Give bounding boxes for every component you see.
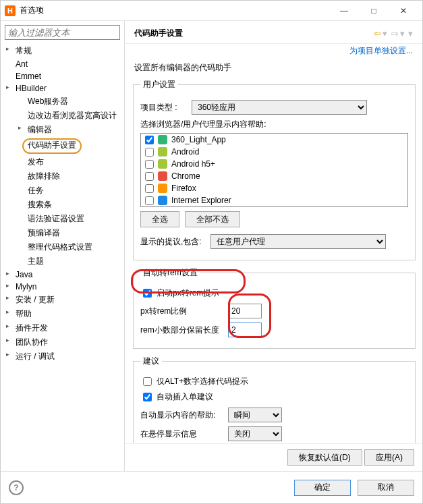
nav-back-icon[interactable]: ⇦ — [374, 28, 381, 38]
tree-item[interactable]: 整理代码格式设置 — [1, 240, 124, 254]
browser-label: 选择浏览器/用户代理显示内容帮助: — [140, 119, 408, 130]
rem-decimal-input[interactable] — [228, 323, 262, 337]
expand-icon[interactable]: ▸ — [6, 84, 9, 90]
tree-item[interactable]: 任务 — [1, 184, 124, 198]
preferences-tree[interactable]: ▸常规AntEmmet▸HBuilderWeb服务器边改边看浏览器宽高设计▸编辑… — [1, 44, 124, 471]
cancel-button[interactable]: 取消 — [358, 480, 414, 496]
close-button[interactable]: ✕ — [389, 1, 418, 20]
browser-checkbox[interactable] — [145, 196, 154, 205]
browser-name: Chrome — [171, 171, 200, 181]
tree-item[interactable]: 预编译器 — [1, 226, 124, 240]
help-icon[interactable]: ? — [9, 480, 24, 495]
browser-checkbox[interactable] — [145, 136, 154, 144]
tree-item[interactable]: Emmet — [1, 70, 124, 82]
tree-item[interactable]: ▸常规 — [1, 44, 124, 58]
tree-item[interactable]: ▸帮助 — [1, 307, 124, 321]
browser-checkbox[interactable] — [145, 160, 154, 169]
expand-icon[interactable]: ▸ — [6, 308, 9, 315]
browser-row[interactable]: 360_Light_App — [141, 134, 407, 146]
titlebar: H 首选项 — □ ✕ — [1, 1, 422, 21]
tree-item-label: 安装 / 更新 — [16, 295, 55, 304]
tree-item[interactable]: 语法验证器设置 — [1, 212, 124, 226]
suggest-legend: 建议 — [140, 356, 162, 367]
select-all-button[interactable]: 全选 — [140, 211, 179, 227]
expand-icon[interactable]: ▸ — [6, 270, 9, 277]
browser-row[interactable]: Chrome — [141, 170, 407, 182]
tree-item[interactable]: ▸运行 / 调试 — [1, 349, 124, 364]
rem-ratio-input[interactable] — [228, 304, 262, 318]
user-settings-legend: 用户设置 — [140, 79, 178, 90]
browser-checkbox[interactable] — [145, 172, 154, 181]
auto-insert-label: 自动插入单建议 — [157, 391, 213, 403]
expand-icon[interactable]: ▸ — [6, 351, 9, 358]
tree-item[interactable]: ▸Java — [1, 269, 124, 281]
tree-item[interactable]: ▸Mylyn — [1, 281, 124, 293]
filter-input[interactable] — [5, 25, 120, 40]
tree-item[interactable]: ▸HBuilder — [1, 82, 124, 94]
expand-icon[interactable]: ▸ — [6, 323, 9, 329]
browser-row[interactable]: Internet Explorer — [141, 194, 407, 206]
tree-item-label: 团队协作 — [16, 337, 48, 347]
hint-select[interactable]: 任意用户代理 — [210, 234, 386, 249]
tree-item[interactable]: Ant — [1, 58, 124, 70]
expand-icon[interactable]: ▸ — [6, 45, 9, 52]
rem-legend: 自动转rem设置 — [140, 267, 200, 279]
auto-show-select[interactable]: 瞬间 — [228, 408, 282, 422]
maximize-button[interactable]: □ — [359, 1, 389, 20]
browser-checkbox[interactable] — [145, 184, 154, 193]
browser-row[interactable]: Firefox — [141, 182, 407, 194]
tree-item[interactable]: 搜索条 — [1, 198, 124, 212]
expand-icon[interactable]: ▸ — [18, 124, 22, 131]
auto-insert-checkbox[interactable] — [143, 393, 152, 401]
tree-item[interactable]: ▸安装 / 更新 — [1, 293, 124, 307]
browser-icon — [158, 159, 167, 169]
tree-item[interactable]: Web服务器 — [1, 94, 124, 109]
on-hover-label: 在悬停显示信息 — [140, 428, 228, 440]
app-icon: H — [5, 5, 16, 16]
tree-item-label: 运行 / 调试 — [16, 352, 55, 361]
tree-item-label: 任务 — [28, 186, 44, 195]
nav-menu-icon[interactable]: ▾ — [408, 28, 413, 38]
tree-item-label: 整理代码格式设置 — [28, 242, 92, 252]
project-type-select[interactable]: 360轻应用 — [192, 100, 367, 115]
browser-icon — [158, 135, 167, 144]
tree-item-label: Ant — [16, 59, 28, 69]
rem-decimal-label: rem小数部分保留长度 — [140, 325, 228, 336]
window-title: 首选项 — [20, 5, 329, 16]
project-settings-link[interactable]: 为项目单独设置... — [349, 46, 413, 55]
browser-row[interactable]: Android — [141, 146, 407, 158]
minimize-button[interactable]: — — [329, 1, 359, 20]
tree-item[interactable]: ▸团队协作 — [1, 335, 124, 349]
on-hover-select[interactable]: 关闭 — [228, 426, 282, 441]
suggest-group: 建议 仅ALT+数字选择代码提示 自动插入单建议 自动显示内容的帮助: 瞬间 在… — [133, 356, 416, 443]
tree-item[interactable]: 发布 — [1, 155, 124, 169]
restore-defaults-button[interactable]: 恢复默认值(D) — [287, 449, 362, 466]
tree-item[interactable]: ▸编辑器 — [1, 123, 124, 137]
expand-icon[interactable]: ▸ — [6, 282, 9, 289]
expand-icon[interactable]: ▸ — [6, 337, 9, 343]
tree-item[interactable]: 代码助手设置 — [1, 137, 124, 155]
tree-item-label: Emmet — [16, 72, 41, 81]
tree-item[interactable]: 故障排除 — [1, 169, 124, 184]
browser-name: Firefox — [171, 184, 196, 193]
browser-name: Android h5+ — [171, 159, 215, 169]
expand-icon[interactable]: ▸ — [6, 294, 9, 301]
tree-item-label: 主题 — [28, 256, 44, 266]
browser-row[interactable]: Android h5+ — [141, 158, 407, 170]
tree-item[interactable]: ▸插件开发 — [1, 321, 124, 335]
ok-button[interactable]: 确定 — [294, 480, 351, 496]
browser-checkbox[interactable] — [145, 148, 154, 157]
tree-item-label: HBuilder — [16, 84, 47, 93]
tree-item[interactable]: 主题 — [1, 254, 124, 269]
nav-fwd-icon[interactable]: ⇨ — [391, 28, 399, 38]
tree-item[interactable]: 边改边看浏览器宽高设计 — [1, 109, 124, 123]
browser-list[interactable]: 360_Light_AppAndroidAndroid h5+ChromeFir… — [140, 133, 408, 207]
auto-show-label: 自动显示内容的帮助: — [140, 410, 228, 421]
apply-button[interactable]: 应用(A) — [364, 449, 414, 466]
tree-item-label: 故障排除 — [28, 171, 60, 181]
browser-icon — [158, 171, 167, 181]
tree-item-label: 语法验证器设置 — [28, 214, 84, 223]
alt-num-checkbox[interactable] — [143, 377, 152, 386]
enable-rem-checkbox[interactable] — [143, 289, 152, 298]
deselect-all-button[interactable]: 全部不选 — [185, 211, 240, 227]
